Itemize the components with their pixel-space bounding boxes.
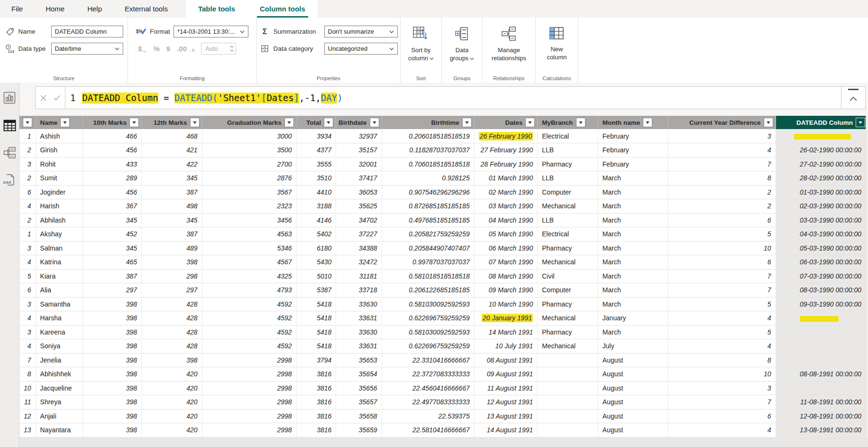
cell-row-index[interactable]: 2 [19,143,36,158]
cell-month-name[interactable]: August [598,353,667,367]
decimal-places-icon[interactable]: .00→0 [177,45,194,53]
cell-name[interactable]: Soniya [36,339,83,354]
cell-graduation-marks[interactable]: 2700 [202,157,296,171]
cell-graduation-marks[interactable]: 2998 [202,423,296,438]
cell-name[interactable]: Katrina [36,255,83,270]
cell-total[interactable]: 5418 [296,311,336,326]
cell-graduation-marks[interactable]: 4563 [202,227,296,242]
cell-total[interactable]: 4410 [296,185,336,199]
cell-dates[interactable]: 05 March 1990 [474,227,538,242]
cell-12th-marks[interactable]: 387 [141,227,202,242]
spinner-up-icon[interactable] [230,46,234,48]
model-view-button[interactable] [0,143,19,164]
cell-mybranch[interactable]: Computer [538,185,598,199]
filter-dropdown-icon[interactable] [462,118,472,127]
cell-dates[interactable]: 14 March 1991 [474,325,538,339]
cell-month-name[interactable]: March [598,171,667,186]
format-dropdown[interactable]: *14-03-2001 13:30:... [174,26,248,37]
cell-total[interactable]: 3794 [296,353,336,367]
cell-10th-marks[interactable]: 398 [83,325,142,339]
cell-month-name[interactable]: March [598,325,667,339]
cell-12th-marks[interactable]: 498 [141,199,202,214]
column-header-12th-marks[interactable]: 12th Marks [141,116,202,129]
cell-name[interactable]: Alia [36,283,83,298]
cell-birthdate[interactable]: 33718 [336,283,382,298]
cell-graduation-marks[interactable]: 3567 [202,185,296,199]
cell-12th-marks[interactable]: 422 [141,157,202,171]
formula-bar-collapse-button[interactable] [841,87,865,109]
cell-current-year-difference[interactable]: 5 [668,297,776,311]
cell-current-year-difference[interactable]: 5 [668,227,776,242]
cell-12th-marks[interactable]: 428 [141,325,202,339]
cell-total[interactable]: 3816 [296,409,336,423]
cell-10th-marks[interactable]: 452 [83,227,142,242]
cell-10th-marks[interactable]: 398 [83,367,142,382]
cell-month-name[interactable]: July [598,339,667,354]
cell-birthdate[interactable]: 34388 [336,241,382,255]
cell-birthtime[interactable]: 0.622696759259259 [382,339,474,354]
cell-month-name[interactable]: August [598,409,667,423]
cell-name[interactable]: Anjali [36,409,83,423]
cell-current-year-difference[interactable]: 7 [668,269,776,283]
tab-column-tools[interactable]: Column tools [247,0,318,18]
cell-12th-marks[interactable]: 421 [141,143,202,158]
cell-current-year-difference[interactable]: 7 [668,157,776,171]
cell-birthdate[interactable]: 37227 [336,227,382,242]
cell-current-year-difference[interactable]: 4 [668,311,776,326]
cell-dateadd-column[interactable]: 13-08-1991 00:00:00 [776,423,868,438]
cell-name[interactable]: Shreya [36,395,83,410]
cell-mybranch[interactable] [538,395,598,410]
cell-graduation-marks[interactable]: 4567 [202,255,296,270]
cell-row-index[interactable]: 6 [19,283,36,298]
cell-current-year-difference[interactable]: 4 [668,423,776,438]
cell-birthdate[interactable]: 35658 [336,409,382,423]
cell-birthtime[interactable]: 0.206122685185185 [382,283,474,298]
cell-birthtime[interactable]: 0.907546296296296 [382,185,474,199]
cell-birthdate[interactable]: 32937 [336,129,382,143]
cell-row-index[interactable]: 1 [19,129,36,143]
cell-current-year-difference[interactable]: 5 [668,325,776,339]
cell-row-index[interactable]: 7 [19,353,36,367]
cell-dates[interactable]: 10 July 1991 [474,339,538,354]
cell-dateadd-column[interactable]: 11-08-1991 00:00:00 [776,395,868,410]
cell-10th-marks[interactable]: 398 [83,339,142,354]
cell-row-index[interactable]: 11 [19,395,36,410]
cell-current-year-difference[interactable]: 7 [668,283,776,298]
cell-dates[interactable]: 26 February 1990 [474,129,538,143]
cell-total[interactable]: 3188 [296,199,336,214]
cell-12th-marks[interactable]: 420 [141,367,202,382]
cell-birthtime[interactable]: 22.3310416666667 [382,353,474,367]
cell-current-year-difference[interactable]: 8 [668,171,776,186]
cell-birthtime[interactable]: 0.497685185185185 [382,213,474,227]
cell-month-name[interactable]: August [598,423,667,438]
cell-birthdate[interactable]: 31181 [336,269,382,283]
cell-birthdate[interactable]: 36053 [336,185,382,199]
cell-name[interactable]: Sumit [36,171,83,186]
cell-total[interactable]: 3555 [296,157,336,171]
cell-month-name[interactable]: March [598,283,667,298]
filter-dropdown-icon[interactable] [525,118,535,127]
cell-birthtime[interactable]: 0.581030092592593 [382,297,474,311]
cell-dateadd-column[interactable]: 26-02-1990 00:00:00 [776,143,868,158]
cell-graduation-marks[interactable]: 4592 [202,339,296,354]
cell-name[interactable]: Ashish [36,129,83,143]
cell-birthtime[interactable]: 22.5810416666667 [382,423,474,438]
cell-month-name[interactable]: March [598,227,667,242]
cell-birthtime[interactable]: 0.206018518518519 [382,129,474,143]
cell-name[interactable]: Kareena [36,325,83,339]
cell-current-year-difference[interactable]: 2 [668,185,776,199]
cell-month-name[interactable]: March [598,199,667,214]
cell-total[interactable]: 3816 [296,395,336,410]
cell-10th-marks[interactable]: 398 [83,409,142,423]
cell-month-name[interactable]: March [598,241,667,255]
cell-name[interactable]: Abhilash [36,213,83,227]
tab-table-tools[interactable]: Table tools [186,0,247,18]
cell-dates[interactable]: 13 August 1991 [474,409,538,423]
cell-row-index[interactable]: 13 [19,423,36,438]
column-header-name[interactable]: Name [36,116,83,129]
spinner-down-icon[interactable] [230,49,234,52]
cell-total[interactable]: 5010 [296,269,336,283]
menu-file[interactable]: File [0,0,34,18]
manage-relationships-button[interactable]: Managerelationships [492,26,526,63]
cell-dateadd-column[interactable]: 02-03-1990 00:00:00 [776,199,868,214]
